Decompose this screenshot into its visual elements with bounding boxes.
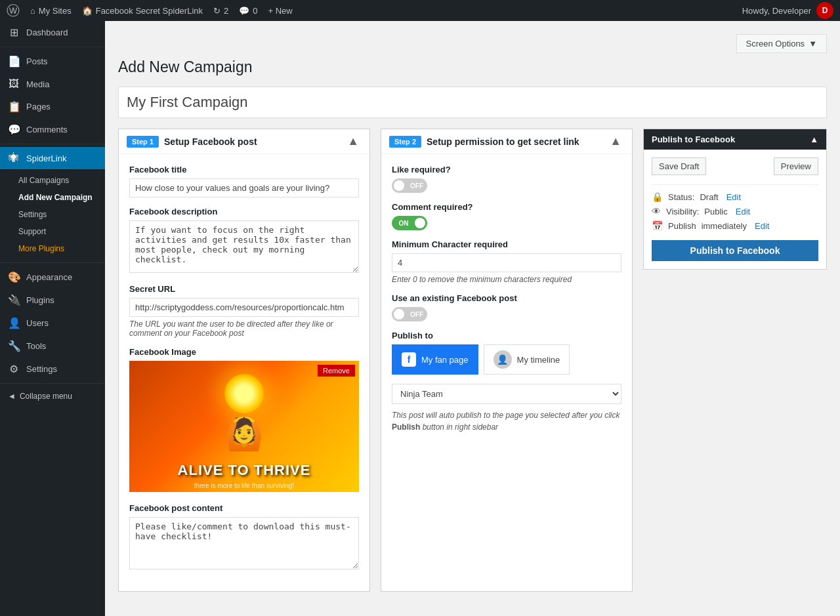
facebook-desc-label: Facebook description	[129, 207, 359, 216]
collapse-menu-button[interactable]: ◄ Collapse menu	[0, 386, 105, 406]
sidebar-item-comments[interactable]: 💬 Comments	[0, 118, 105, 141]
sidebar-item-all-campaigns[interactable]: All Campaigns	[0, 172, 105, 189]
calendar-icon: 📅	[652, 220, 663, 231]
publish-time-value: immediately	[702, 221, 747, 231]
save-draft-button[interactable]: Save Draft	[652, 157, 706, 175]
publish-to-group: Publish to f My fan page 👤 My timeline	[392, 331, 621, 375]
facebook-desc-textarea[interactable]: If you want to focus on the right activi…	[129, 220, 359, 273]
publish-panel-title: Publish to Facebook	[652, 134, 735, 144]
step2-title: Setup permission to get secret link	[427, 136, 579, 147]
existing-post-off-label: OFF	[396, 311, 423, 318]
sidebar-divider-4	[0, 383, 105, 384]
sidebar-item-support[interactable]: Support	[0, 223, 105, 240]
fb-post-content-textarea[interactable]: Please like/comment to download this mus…	[129, 517, 359, 569]
visibility-edit-link[interactable]: Edit	[736, 207, 750, 216]
campaign-title-input[interactable]	[118, 87, 827, 118]
step1-title: Setup Facebook post	[164, 136, 257, 147]
step2-toggle-button[interactable]: ▲	[607, 134, 624, 148]
howdy-text: Howdy, Developer	[742, 6, 811, 16]
media-icon: 🖼	[8, 78, 20, 90]
sidebar-item-posts[interactable]: 📄 Posts	[0, 50, 105, 73]
remove-image-button[interactable]: Remove	[318, 365, 355, 377]
plugins-icon: 🔌	[8, 294, 20, 306]
sidebar-item-spiderlink[interactable]: 🕷 SpiderLink	[0, 147, 105, 169]
facebook-icon: f	[402, 352, 416, 367]
like-required-group: Like required? OFF	[392, 165, 621, 193]
secret-url-label: Secret URL	[129, 284, 359, 294]
pages-icon: 📋	[8, 100, 20, 113]
sun-graphic	[224, 374, 264, 413]
tools-icon: 🔧	[8, 340, 20, 352]
comment-required-label: Comment required?	[392, 202, 621, 212]
status-row: 🔒 Status: Draft Edit	[652, 192, 818, 202]
status-value: Draft	[700, 192, 718, 202]
sidebar-item-pages[interactable]: 📋 Pages	[0, 95, 105, 118]
spiderlink-submenu: All Campaigns Add New Campaign Settings …	[0, 169, 105, 260]
existing-post-toggle[interactable]: OFF	[392, 307, 427, 321]
sidebar-item-tools[interactable]: 🔧 Tools	[0, 335, 105, 358]
fan-page-button[interactable]: f My fan page	[392, 344, 478, 375]
publish-time-edit-link[interactable]: Edit	[755, 221, 769, 231]
sidebar-item-users[interactable]: 👤 Users	[0, 312, 105, 335]
sidebar-item-plugins[interactable]: 🔌 Plugins	[0, 289, 105, 312]
fb-post-content-label: Facebook post content	[129, 503, 359, 513]
step1-panel: Step 1 Setup Facebook post ▲ Facebook ti…	[118, 129, 370, 592]
appearance-icon: 🎨	[8, 271, 20, 283]
site-name-link[interactable]: 🏠 Facebook Secret SpiderLink	[82, 6, 203, 16]
comment-required-group: Comment required? ON	[392, 202, 621, 230]
page-select[interactable]: Ninja Team	[392, 384, 621, 404]
site-icon: 🏠	[82, 6, 93, 16]
collapse-icon: ◄	[8, 392, 16, 401]
sidebar-item-settings-general[interactable]: ⚙ Settings	[0, 358, 105, 380]
screen-options-button[interactable]: Screen Options ▼	[736, 34, 827, 53]
updates-link[interactable]: ↻ 2	[213, 6, 228, 16]
help-text-bold: Publish	[392, 422, 420, 432]
min-char-input[interactable]	[392, 253, 621, 272]
image-wrapper: Remove 🙆 ALIVE TO THRIVE there is more t…	[129, 361, 359, 492]
users-icon: 👤	[8, 317, 20, 329]
min-char-note: Enter 0 to remove the minimum characters…	[392, 275, 621, 284]
sidebar: ⊞ Dashboard 📄 Posts 🖼 Media 📋 Pages 💬 Co…	[0, 21, 105, 616]
wp-logo[interactable]: ⓦ	[7, 2, 20, 20]
like-required-label: Like required?	[392, 165, 621, 175]
timeline-avatar: 👤	[494, 350, 512, 369]
my-timeline-label: My timeline	[517, 355, 560, 365]
step1-toggle-button[interactable]: ▲	[345, 134, 362, 148]
sidebar-item-more-plugins[interactable]: More Plugins	[0, 240, 105, 257]
preview-button[interactable]: Preview	[774, 157, 818, 175]
updates-icon: ↻	[213, 6, 220, 16]
resize-handle-icon: ⤡	[352, 266, 358, 274]
like-toggle[interactable]: OFF	[392, 178, 427, 193]
publish-to-facebook-button[interactable]: Publish to Facebook	[652, 240, 818, 261]
status-icon: 🔒	[652, 192, 663, 202]
status-edit-link[interactable]: Edit	[726, 192, 741, 202]
publish-sidebar: Publish to Facebook ▲ Save Draft Preview…	[643, 129, 827, 602]
sidebar-item-dashboard[interactable]: ⊞ Dashboard	[0, 21, 105, 44]
step1-header-left: Step 1 Setup Facebook post	[127, 136, 257, 148]
spiderlink-icon: 🕷	[8, 152, 20, 164]
new-content-link[interactable]: + New	[268, 6, 292, 16]
sidebar-item-appearance[interactable]: 🎨 Appearance	[0, 266, 105, 289]
main-content: Screen Options ▼ Add New Campaign Step 1…	[105, 21, 840, 616]
my-sites-link[interactable]: ⌂ My Sites	[30, 6, 72, 16]
comment-toggle[interactable]: ON	[392, 216, 427, 230]
wp-icon: ⓦ	[7, 2, 20, 20]
home-icon: ⌂	[30, 6, 35, 16]
sidebar-item-add-new-campaign[interactable]: Add New Campaign	[0, 189, 105, 206]
my-timeline-button[interactable]: 👤 My timeline	[484, 344, 570, 375]
sidebar-item-media[interactable]: 🖼 Media	[0, 73, 105, 95]
content-area: Step 1 Setup Facebook post ▲ Facebook ti…	[118, 129, 827, 602]
secret-url-group: Secret URL The URL you want the user to …	[129, 284, 359, 338]
step2-panel: Step 2 Setup permission to get secret li…	[381, 129, 633, 592]
secret-url-input[interactable]	[129, 298, 359, 317]
visibility-row: 👁 Visibility: Public Edit	[652, 206, 818, 216]
facebook-title-input[interactable]	[129, 178, 359, 197]
facebook-desc-wrapper: If you want to focus on the right activi…	[129, 220, 359, 275]
chevron-down-icon: ▼	[808, 39, 817, 49]
collapse-icon: ▲	[810, 134, 818, 144]
step2-body: Like required? OFF Comment required?	[381, 154, 632, 453]
comment-toggle-on-label: ON	[399, 220, 421, 227]
comment-toggle-slider: ON	[392, 216, 427, 230]
comments-link[interactable]: 💬 0	[239, 6, 257, 16]
sidebar-item-settings[interactable]: Settings	[0, 206, 105, 223]
